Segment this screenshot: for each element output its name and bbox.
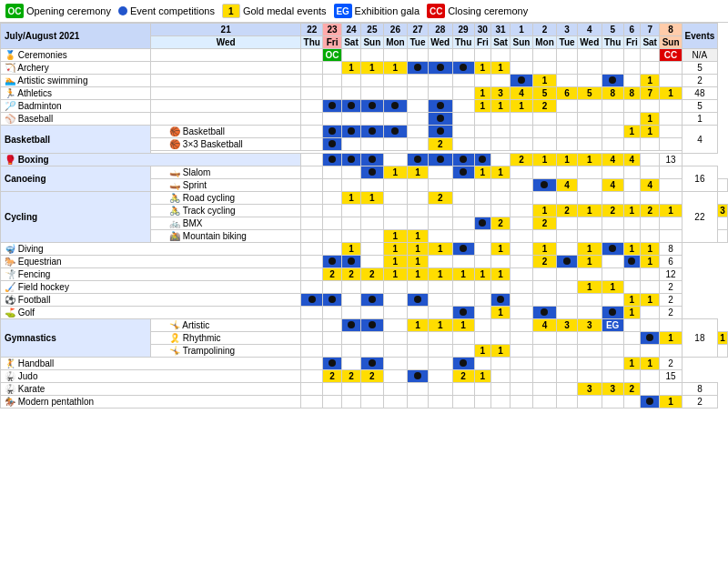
eg-label: Exhibition gala: [355, 5, 420, 16]
row-judo: 🥋 Judo 2 2 2 2 1 15: [1, 370, 728, 383]
events-artistic-swimming: 2: [682, 75, 717, 87]
sport-rhythmic-gym: 🎗️ Rhythmic: [151, 332, 301, 345]
date-23: 23: [323, 24, 342, 36]
date-4: 4: [577, 24, 602, 36]
row-athletics: 🏃 Athletics 1 3 4 5 6 5 8 8 7 1 48: [1, 87, 728, 100]
events-judo: 15: [660, 370, 682, 383]
eg-badge: EG: [334, 4, 352, 18]
date-8: 8: [660, 24, 682, 36]
row-football: ⚽ Football 1 1 2: [1, 294, 728, 307]
date-header-row: July/August 2021 21 22 23 24 25 26 27 28…: [1, 24, 728, 36]
day-sun3: Sun: [660, 36, 682, 49]
events-field-hockey: 2: [660, 281, 682, 294]
day-thu3: Thu: [602, 36, 623, 49]
sport-karate: 🥋 Karate: [1, 383, 301, 396]
dot-label: Event competitions: [130, 5, 215, 16]
sport-artistic-swimming: 🏊 Artistic swimming: [1, 75, 151, 87]
date-1: 1: [511, 24, 533, 36]
day-wed3: Wed: [577, 36, 602, 49]
row-basketball-group: Basketball 🏀 Basketball 1 1 4: [1, 126, 728, 138]
sport-basketball-group: Basketball: [1, 126, 151, 154]
events-canoeing: 16: [682, 166, 717, 192]
sport-3x3: 🏀 3×3 Basketball: [151, 138, 301, 151]
row-boxing: 🥊 Boxing 2 1 1 1 4 4 13: [1, 154, 728, 166]
cell-cc: CC: [660, 49, 682, 62]
date-5: 5: [602, 24, 623, 36]
row-archery: 🏹 Archery 1 1 1 1 1 5: [1, 62, 728, 75]
sport-archery: 🏹 Archery: [1, 62, 151, 75]
sport-road-cycling: 🚴 Road cycling: [151, 192, 301, 205]
day-tue1: Tue: [408, 36, 429, 49]
sport-canoeing-group: Canoeing: [1, 166, 151, 192]
sport-equestrian: 🐎 Equestrian: [1, 256, 301, 268]
sport-boxing: 🥊 Boxing: [1, 154, 301, 166]
events-baseball: 1: [682, 113, 717, 126]
events-archery: 5: [682, 62, 717, 75]
sport-diving: 🤿 Diving: [1, 243, 301, 256]
day-sun2: Sun: [511, 36, 533, 49]
sport-athletics: 🏃 Athletics: [1, 87, 151, 100]
events-diving: 8: [660, 243, 682, 256]
oc-badge: OC: [5, 4, 24, 18]
row-gymnastics-artistic: Gymnastics 🤸 Artistic 1 1 1 4 3 3 EG 18: [1, 319, 728, 332]
events-header: Events: [682, 24, 717, 49]
events-modern-pentathlon: 2: [682, 396, 717, 408]
date-29: 29: [452, 24, 474, 36]
day-fri2: Fri: [474, 36, 490, 49]
month-header: July/August 2021: [1, 24, 151, 49]
day-fri1: Fri: [323, 36, 342, 49]
sport-trampoline: 🤸 Trampolining: [151, 345, 301, 358]
oc-label: Opening ceremony: [26, 5, 111, 16]
events-golf: 2: [660, 307, 682, 319]
date-26: 26: [383, 24, 407, 36]
date-27: 27: [408, 24, 429, 36]
sport-judo: 🥋 Judo: [1, 370, 301, 383]
legend-cc: CC Closing ceremony: [427, 4, 528, 18]
events-karate: 8: [682, 383, 717, 396]
sport-basketball: 🏀 Basketball: [151, 126, 301, 138]
date-25: 25: [361, 24, 384, 36]
events-equestrian: 6: [660, 256, 682, 268]
day-wed2: Wed: [428, 36, 452, 49]
row-ceremonies: 🏅 Ceremonies OC CC N/A: [1, 49, 728, 62]
sport-modern-pentathlon: 🏇 Modern pentathlon: [1, 396, 301, 408]
day-sat2: Sat: [490, 36, 510, 49]
day-sun1: Sun: [361, 36, 384, 49]
date-31: 31: [490, 24, 510, 36]
events-badminton: 5: [682, 100, 717, 113]
row-equestrian: 🐎 Equestrian 1 1 2 1 1 6: [1, 256, 728, 268]
cc-label: Closing ceremony: [448, 5, 528, 16]
sport-baseball: ⚾ Baseball: [1, 113, 151, 126]
date-3: 3: [557, 24, 578, 36]
row-field-hockey: 🏑 Field hockey 1 1 2: [1, 281, 728, 294]
sport-artistic-gym: 🤸 Artistic: [151, 319, 301, 332]
dot-icon: [118, 6, 127, 15]
legend-dot: Event competitions: [118, 5, 215, 16]
sport-badminton: 🏸 Badminton: [1, 100, 151, 113]
legend-bar: OC Opening ceremony Event competitions 1…: [0, 0, 728, 23]
legend-oc: OC Opening ceremony: [5, 4, 111, 18]
day-mon1: Mon: [383, 36, 407, 49]
sport-football: ⚽ Football: [1, 294, 301, 307]
events-basketball: 4: [682, 126, 717, 154]
date-7: 7: [641, 24, 660, 36]
sport-cycling-group: Cycling: [1, 192, 151, 243]
sport-track-cycling: 🚴 Track cycling: [151, 205, 301, 217]
sport-field-hockey: 🏑 Field hockey: [1, 281, 301, 294]
date-30: 30: [474, 24, 490, 36]
row-golf: ⛳ Golf 1 1 2: [1, 307, 728, 319]
date-24: 24: [341, 24, 360, 36]
sport-fencing: 🤺 Fencing: [1, 268, 301, 281]
day-wed1: Wed: [151, 36, 301, 49]
date-28: 28: [428, 24, 452, 36]
events-cycling: 22: [682, 192, 717, 243]
schedule-table-wrap: July/August 2021 21 22 23 24 25 26 27 28…: [0, 23, 728, 408]
row-handball: 🤾 Handball 1 1 2: [1, 358, 728, 370]
date-22: 22: [301, 24, 323, 36]
sport-sprint: 🛶 Sprint: [151, 179, 301, 192]
gold-badge: 1: [222, 4, 240, 18]
day-thu1: Thu: [301, 36, 323, 49]
events-boxing: 13: [660, 154, 682, 166]
row-modern-pentathlon: 🏇 Modern pentathlon 1 2: [1, 396, 728, 408]
day-thu2: Thu: [452, 36, 474, 49]
